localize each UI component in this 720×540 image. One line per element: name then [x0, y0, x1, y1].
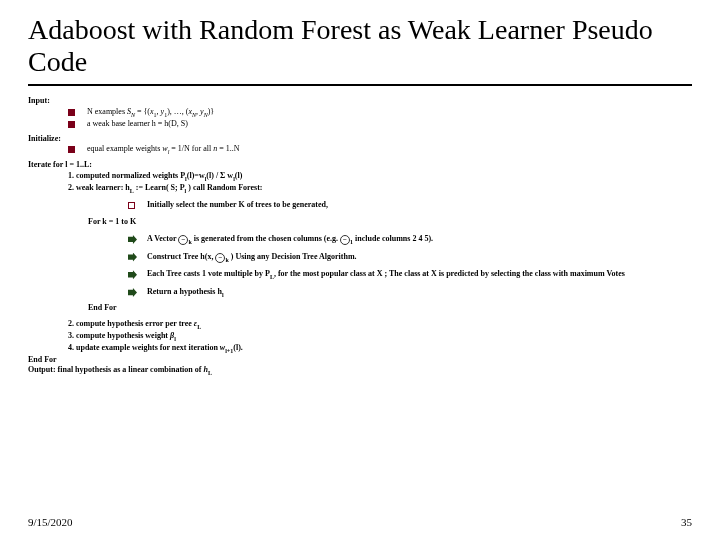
slide-title: Adaboost with Random Forest as Weak Lear…	[28, 14, 692, 78]
theta-icon	[215, 253, 225, 263]
algorithm-body: Input: N examples SN = {(x1, y1), …, (xN…	[28, 96, 692, 377]
theta-icon	[178, 235, 188, 245]
step-error: 2. compute hypothesis error per tree εL	[68, 319, 692, 331]
input-item-2: a weak base learner h = h(D, S)	[68, 119, 692, 130]
input-header: Input:	[28, 96, 692, 107]
rf-initial-k-text: Initially select the number K of trees t…	[147, 200, 692, 211]
rf-initial-k: Initially select the number K of trees t…	[128, 200, 692, 211]
construct-a: Construct Tree h(x,	[147, 252, 215, 261]
arrow-right-icon	[128, 288, 137, 297]
end-for-inner: End For	[88, 303, 692, 314]
arrow-right-icon	[128, 253, 137, 262]
slide-footer: 9/15/2020 35	[28, 516, 692, 528]
initialize-header: Initialize:	[28, 134, 692, 145]
input-item-1: N examples SN = {(x1, y1), …, (xN, yN)}	[68, 107, 692, 119]
arrow-right-icon	[128, 235, 137, 244]
rf-return-line: Return a hypothesis hl	[128, 287, 692, 299]
bullet-square-icon	[68, 146, 75, 153]
initialize-item-text: equal example weights wl = 1/N for all n…	[87, 144, 692, 156]
bullet-square-icon	[68, 109, 75, 116]
input-item-2-text: a weak base learner h = h(D, S)	[87, 119, 692, 130]
step-update: 4. update example weights for next itera…	[68, 343, 692, 355]
rf-vector-line-text: A Vector k is generated from the chosen …	[147, 234, 692, 246]
arrow-right-icon	[128, 270, 137, 279]
step-1: 1. computed normalized weights Pl(l)=wl(…	[68, 171, 692, 183]
construct-b: ) Using any Decision Tree Algorithm.	[231, 252, 357, 261]
iterate-header: Iterate for l = 1..L:	[28, 160, 692, 171]
step-2: 2. weak learner: hL := Learn( S; Pl ) ca…	[68, 183, 692, 195]
rf-return-text: Return a hypothesis hl	[147, 287, 692, 299]
slide: Adaboost with Random Forest as Weak Lear…	[0, 0, 720, 540]
title-rule	[28, 84, 692, 86]
rf-construct-line-text: Construct Tree h(x, k ) Using any Decisi…	[147, 252, 692, 264]
bullet-square-icon	[68, 121, 75, 128]
vec-b: is generated from the chosen columns (e.…	[192, 234, 340, 243]
bullet-hollow-square-icon	[128, 202, 135, 209]
rf-construct-line: Construct Tree h(x, k ) Using any Decisi…	[128, 252, 692, 264]
input-item-1-text: N examples SN = {(x1, y1), …, (xN, yN)}	[87, 107, 692, 119]
for-k-header: For k = 1 to K	[88, 217, 692, 228]
rf-each-tree-line: Each Tree casts 1 vote multiple by PL, f…	[128, 269, 692, 281]
rf-each-tree-text: Each Tree casts 1 vote multiple by PL, f…	[147, 269, 692, 281]
footer-page: 35	[681, 516, 692, 528]
output-line: Output: final hypothesis as a linear com…	[28, 365, 692, 377]
rf-vector-line: A Vector k is generated from the chosen …	[128, 234, 692, 246]
footer-date: 9/15/2020	[28, 516, 73, 528]
step-weight: 3. compute hypothesis weight βl	[68, 331, 692, 343]
initialize-item: equal example weights wl = 1/N for all n…	[68, 144, 692, 156]
vec-a: A Vector	[147, 234, 178, 243]
end-for-outer: End For	[28, 355, 692, 366]
vec-c: include columns 2 4 5).	[353, 234, 433, 243]
theta-icon	[340, 235, 350, 245]
